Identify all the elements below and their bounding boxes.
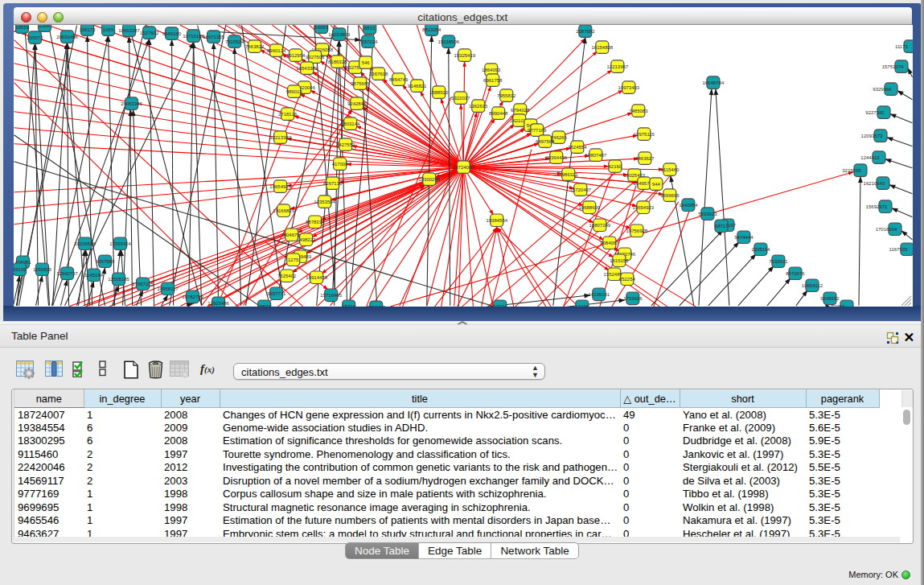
svg-text:68717: 68717: [714, 223, 728, 228]
svg-text:1156829: 1156829: [33, 267, 52, 272]
svg-text:15720407: 15720407: [569, 187, 591, 192]
svg-text:8960124: 8960124: [266, 47, 285, 52]
svg-text:3624554: 3624554: [568, 144, 587, 149]
svg-text:17359924: 17359924: [109, 241, 131, 245]
svg-text:92456: 92456: [831, 304, 844, 307]
svg-text:18300295: 18300295: [418, 176, 440, 181]
svg-text:12093573: 12093573: [860, 133, 882, 138]
svg-text:1640954: 1640954: [679, 202, 698, 207]
svg-text:8454749: 8454749: [389, 76, 409, 81]
svg-text:3875685: 3875685: [351, 80, 370, 85]
svg-text:1588520: 1588520: [429, 89, 449, 94]
svg-text:205572: 205572: [27, 35, 43, 39]
svg-text:1145194: 1145194: [84, 273, 104, 278]
svg-text:3215958: 3215958: [842, 167, 861, 172]
svg-text:12213382: 12213382: [269, 134, 291, 139]
svg-text:10654112: 10654112: [801, 283, 823, 288]
svg-text:2718126: 2718126: [277, 111, 297, 116]
svg-text:12942737: 12942737: [56, 271, 78, 276]
svg-text:1615152: 1615152: [610, 258, 629, 263]
svg-text:8912954: 8912954: [285, 52, 305, 57]
svg-text:8471676: 8471676: [786, 271, 805, 276]
svg-text:18724007: 18724007: [452, 164, 474, 169]
svg-text:10973493: 10973493: [618, 84, 639, 89]
svg-text:9329966: 9329966: [873, 86, 892, 91]
svg-text:2306: 2306: [39, 25, 50, 28]
svg-text:417008: 417008: [331, 161, 348, 166]
svg-text:15716465: 15716465: [320, 293, 342, 298]
svg-text:9327506: 9327506: [305, 54, 324, 59]
svg-text:16210643: 16210643: [863, 180, 885, 185]
svg-text:8186328: 8186328: [328, 59, 347, 64]
svg-text:62160: 62160: [608, 163, 622, 168]
svg-text:17957225: 17957225: [132, 282, 154, 286]
svg-text:9245652: 9245652: [820, 296, 840, 301]
svg-text:1167533: 1167533: [889, 246, 908, 251]
svg-text:8990448: 8990448: [489, 110, 508, 115]
svg-text:7357224: 7357224: [359, 39, 378, 43]
svg-text:29053346: 29053346: [121, 101, 142, 105]
svg-text:7515524: 7515524: [224, 39, 244, 43]
svg-text:7986322: 7986322: [559, 171, 578, 176]
svg-text:9463627: 9463627: [635, 155, 655, 160]
svg-text:15692971: 15692971: [865, 204, 887, 208]
svg-text:39159: 39159: [14, 267, 27, 272]
svg-text:2367608: 2367608: [369, 71, 388, 76]
svg-text:8813054: 8813054: [422, 27, 441, 31]
svg-text:15751074: 15751074: [881, 64, 903, 68]
svg-text:1244413: 1244413: [860, 154, 880, 159]
svg-text:10807487: 10807487: [585, 152, 606, 157]
svg-text:2087682: 2087682: [576, 28, 595, 33]
svg-text:16093: 16093: [314, 25, 328, 30]
svg-text:8427552: 8427552: [336, 142, 355, 146]
svg-text:252254: 252254: [618, 277, 635, 282]
svg-text:15716: 15716: [342, 304, 355, 307]
svg-text:7485083: 7485083: [629, 108, 648, 113]
svg-text:9699695: 9699695: [660, 192, 680, 197]
svg-text:944: 944: [651, 181, 660, 186]
svg-text:18807249: 18807249: [589, 222, 610, 227]
svg-text:546: 546: [361, 60, 370, 64]
svg-text:16671355: 16671355: [203, 34, 224, 39]
svg-text:8267130: 8267130: [322, 180, 342, 185]
svg-text:6497568: 6497568: [536, 138, 555, 143]
svg-text:1733426: 1733426: [623, 296, 643, 301]
svg-text:10653287: 10653287: [118, 27, 140, 32]
svg-text:2803144: 2803144: [341, 121, 360, 126]
svg-text:6961758: 6961758: [483, 77, 503, 82]
svg-text:9146821: 9146821: [408, 83, 427, 88]
svg-text:19654925: 19654925: [269, 183, 291, 188]
svg-text:9397588: 9397588: [95, 259, 114, 264]
svg-text:12975115: 12975115: [633, 131, 655, 136]
svg-text:9474444: 9474444: [734, 234, 754, 239]
svg-text:12213967: 12213967: [606, 64, 628, 68]
svg-text:16033809: 16033809: [328, 31, 350, 36]
svg-text:1362615: 1362615: [469, 103, 488, 108]
svg-text:12923486: 12923486: [207, 301, 229, 306]
svg-text:10719155: 10719155: [183, 33, 204, 38]
svg-text:6794028: 6794028: [511, 107, 530, 112]
svg-text:16782759: 16782759: [182, 295, 203, 299]
svg-text:5322037: 5322037: [451, 95, 470, 100]
svg-text:1498222: 1498222: [296, 237, 315, 241]
svg-text:989013: 989013: [285, 89, 302, 93]
svg-text:20206506: 20206506: [74, 241, 96, 245]
svg-text:2935114: 2935114: [751, 246, 770, 251]
svg-text:19166829: 19166829: [273, 208, 294, 212]
svg-text:17016504: 17016504: [875, 226, 897, 231]
svg-text:10688609: 10688609: [578, 204, 600, 209]
svg-text:11173: 11173: [895, 43, 908, 48]
svg-text:9657771: 9657771: [266, 291, 285, 296]
svg-text:7625402: 7625402: [277, 274, 296, 278]
svg-text:18559: 18559: [15, 25, 29, 30]
svg-text:16914479: 16914479: [306, 275, 327, 280]
svg-text:20691406: 20691406: [56, 34, 78, 39]
svg-text:17334: 17334: [493, 304, 507, 307]
svg-text:8813: 8813: [364, 25, 376, 30]
svg-text:3716465: 3716465: [367, 305, 386, 307]
svg-text:12353594: 12353594: [314, 199, 335, 204]
svg-text:9084067: 9084067: [600, 240, 619, 245]
svg-text:9777169: 9777169: [528, 127, 547, 132]
svg-text:6966160: 6966160: [162, 31, 181, 35]
svg-text:7663822: 7663822: [244, 43, 264, 48]
